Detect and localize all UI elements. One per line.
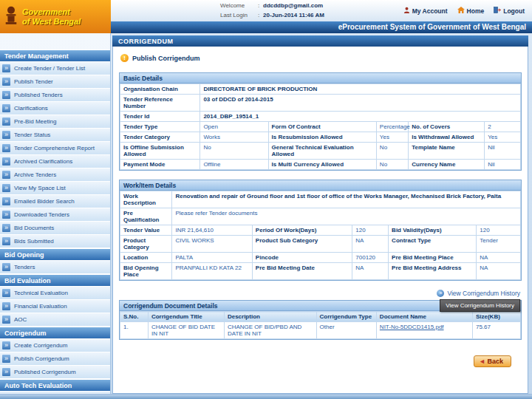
sidebar-item[interactable]: Create Corrigendum bbox=[0, 339, 110, 352]
sidebar-item[interactable]: Tender Comprehensive Report bbox=[0, 142, 110, 155]
detail-value: Yes bbox=[376, 132, 408, 143]
detail-value: NA bbox=[477, 263, 521, 280]
sidebar-item[interactable]: Tenders bbox=[0, 261, 110, 274]
detail-value: No bbox=[200, 143, 268, 160]
basic-details-section: Basic Details Organisation ChainDIRECTOR… bbox=[119, 72, 522, 171]
back-button[interactable]: Back bbox=[474, 355, 511, 367]
detail-label: Pre Qualification bbox=[120, 208, 172, 225]
sidebar-item[interactable]: Financial Evaluation bbox=[0, 300, 110, 313]
sidebar-item[interactable]: Create Tender / Tender List bbox=[0, 62, 110, 75]
sidebar-item[interactable]: Emailed Bidder Search bbox=[0, 195, 110, 208]
sidebar-section-auto-tech-evaluation[interactable]: Auto Tech Evaluation bbox=[0, 379, 110, 392]
sidebar-item[interactable]: Bid Documents bbox=[0, 222, 110, 235]
column-header: S.No. bbox=[120, 312, 149, 322]
history-icon bbox=[437, 290, 444, 297]
arrow-bullet-icon bbox=[2, 171, 10, 179]
login-info: Welcome : ddcddbp@gmail.com Last Login :… bbox=[220, 1, 324, 20]
detail-value: CIVIL WORKS bbox=[172, 236, 252, 253]
sidebar-item[interactable]: AOC bbox=[0, 313, 110, 327]
detail-label: Pre Bid Meeting Address bbox=[389, 263, 477, 280]
home-link[interactable]: Home bbox=[457, 7, 485, 15]
page: Government of West Bengal Welcome : ddcd… bbox=[0, 0, 532, 399]
sidebar-section-bid-evaluation[interactable]: Bid Evaluation bbox=[0, 274, 110, 287]
my-account-link[interactable]: My Account bbox=[403, 7, 448, 15]
column-header: Corrigendum Type bbox=[316, 312, 376, 322]
detail-label: Tender Value bbox=[120, 225, 172, 236]
arrow-bullet-icon bbox=[2, 368, 10, 376]
detail-label: Template Name bbox=[409, 143, 485, 160]
arrow-bullet-icon bbox=[2, 78, 10, 86]
detail-label: Period Of Work(Days) bbox=[252, 225, 352, 236]
back-arrow-icon bbox=[479, 358, 487, 365]
detail-value: 03 of DDCD of 2014-2015 bbox=[200, 95, 521, 112]
detail-value: 2014_DBP_19514_1 bbox=[200, 112, 521, 122]
sidebar-section-bid-opening[interactable]: Bid Opening bbox=[0, 248, 110, 261]
logout-icon bbox=[494, 7, 501, 15]
logout-link[interactable]: Logout bbox=[494, 7, 525, 15]
arrow-bullet-icon bbox=[2, 144, 10, 152]
person-icon bbox=[403, 7, 410, 15]
separator: : bbox=[254, 1, 263, 10]
arrow-bullet-icon bbox=[2, 355, 10, 363]
detail-value: Tender bbox=[477, 236, 521, 253]
detail-label: No. of Covers bbox=[409, 122, 485, 132]
top-header: Government of West Bengal Welcome : ddcd… bbox=[0, 0, 532, 33]
doc-type: Other bbox=[316, 322, 376, 339]
detail-label: Tender Category bbox=[120, 132, 200, 143]
detail-label: Is Offline Submission Allowed bbox=[120, 143, 200, 160]
sidebar-section-tender-management[interactable]: Tender Management bbox=[0, 50, 110, 62]
detail-value: Nil bbox=[485, 160, 521, 170]
exclamation-icon bbox=[120, 54, 129, 62]
footer-strip bbox=[0, 394, 532, 399]
last-login-row: Last Login : 20-Jun-2014 11:46 AM bbox=[220, 11, 324, 20]
arrow-bullet-icon bbox=[2, 316, 10, 324]
back-row: Back bbox=[119, 353, 522, 367]
detail-value: Offline bbox=[200, 160, 268, 170]
detail-value: Renovation and repair of Ground floor an… bbox=[172, 191, 521, 208]
sidebar-item[interactable]: Published Tenders bbox=[0, 89, 110, 102]
basic-details-table: Organisation ChainDIRECTORATE OF BRICK P… bbox=[120, 83, 521, 170]
detail-label: Work Description bbox=[120, 191, 172, 208]
separator: : bbox=[254, 11, 263, 20]
arrow-bullet-icon bbox=[2, 341, 10, 349]
detail-value: Open bbox=[200, 122, 268, 132]
document-link[interactable]: NIT-No-5DDCD1415.pdf bbox=[380, 324, 444, 330]
sidebar-item[interactable]: Publish Tender bbox=[0, 75, 110, 89]
sidebar-item[interactable]: Archive Tenders bbox=[0, 168, 110, 182]
detail-value: Percentage bbox=[376, 122, 408, 132]
arrow-bullet-icon bbox=[2, 117, 10, 126]
page-title: CORRIGENDUM bbox=[112, 35, 528, 47]
detail-label: Product Category bbox=[120, 236, 172, 253]
detail-label: General Technical Evaluation Allowed bbox=[268, 143, 376, 160]
detail-value: INR 21,64,610 bbox=[172, 225, 252, 236]
table-row: 1. CHANGE OF BID DATE IN NIT CHANGE OF B… bbox=[120, 322, 521, 339]
column-header: Corrigendum Title bbox=[148, 312, 224, 322]
detail-label: Tender Reference Number bbox=[120, 95, 200, 112]
arrow-bullet-icon bbox=[2, 64, 10, 72]
sidebar-item[interactable]: Bids Submitted bbox=[0, 235, 110, 248]
arrow-bullet-icon bbox=[2, 263, 10, 271]
arrow-bullet-icon bbox=[2, 157, 10, 166]
sidebar-item[interactable]: View My Space List bbox=[0, 182, 110, 195]
sidebar-item[interactable]: Technical Evaluation bbox=[0, 287, 110, 300]
detail-value: 2 bbox=[485, 122, 521, 132]
sidebar-item[interactable]: Downloaded Tenders bbox=[0, 208, 110, 222]
sidebar-item[interactable]: Pre-Bid Meeting bbox=[0, 115, 110, 129]
main-content: CORRIGENDUM Publish Corrigendum Basic De… bbox=[111, 33, 528, 394]
sidebar-item[interactable]: Publish Corrigendum bbox=[0, 352, 110, 366]
detail-value: PRANPALLI KD KATA 22 bbox=[172, 263, 252, 280]
arrow-bullet-icon bbox=[2, 289, 10, 297]
sidebar-item[interactable]: Clarifications bbox=[0, 102, 110, 115]
column-header: Description bbox=[224, 312, 316, 322]
arrow-bullet-icon bbox=[2, 184, 10, 192]
detail-value: 120 bbox=[352, 225, 389, 236]
sidebar-item[interactable]: Tender Status bbox=[0, 129, 110, 142]
doc-title: CHANGE OF BID DATE IN NIT bbox=[148, 322, 224, 339]
sidebar-item[interactable]: Published Corrigendum bbox=[0, 366, 110, 379]
detail-value: Nil bbox=[485, 143, 521, 160]
sidebar-section-corrigendum[interactable]: Corrigendum bbox=[0, 327, 110, 339]
sidebar-item[interactable]: Archived Clarifications bbox=[0, 155, 110, 168]
view-corrigendum-history-link[interactable]: View Corrigendum History bbox=[447, 290, 520, 297]
detail-label: Is Resubmission Allowed bbox=[268, 132, 376, 143]
brand-line1: Government bbox=[22, 7, 81, 17]
